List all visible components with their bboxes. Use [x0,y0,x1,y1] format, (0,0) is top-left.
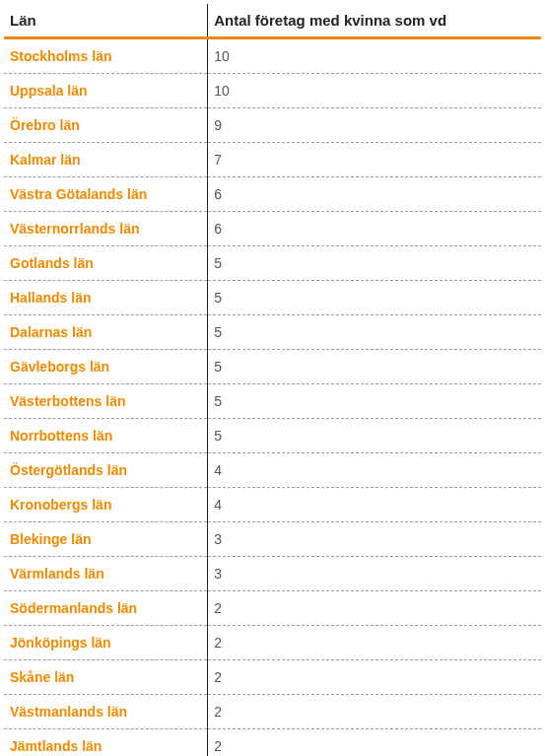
table-row: Gotlands län5 [4,246,541,281]
county-cell: Värmlands län [4,557,208,591]
table-row: Västmanlands län2 [4,695,541,729]
value-cell: 2 [208,695,541,729]
value-cell: 2 [208,729,541,757]
value-cell: 6 [208,177,541,212]
county-cell: Skåne län [4,660,208,695]
county-cell: Västmanlands län [4,695,208,729]
value-cell: 4 [208,488,541,522]
table-row: Skåne län2 [4,660,541,695]
header-county: Län [4,4,208,38]
county-cell: Dalarnas län [4,315,208,350]
table-row: Kalmar län7 [4,143,541,177]
table-row: Hallands län5 [4,281,541,315]
table-row: Kronobergs län4 [4,488,541,522]
value-cell: 5 [208,384,541,419]
value-cell: 5 [208,350,541,384]
county-cell: Kronobergs län [4,488,208,522]
county-cell: Gotlands län [4,246,208,281]
county-cell: Jämtlands län [4,729,208,757]
header-value: Antal företag med kvinna som vd [208,4,541,38]
table-row: Värmlands län3 [4,557,541,591]
county-cell: Kalmar län [4,143,208,177]
table-row: Gävleborgs län5 [4,350,541,384]
table-row: Stockholms län10 [4,38,541,74]
county-cell: Västernorrlands län [4,212,208,246]
value-cell: 5 [208,315,541,350]
county-cell: Stockholms län [4,38,208,74]
table-row: Blekinge län3 [4,522,541,557]
value-cell: 9 [208,108,541,143]
table-row: Jämtlands län2 [4,729,541,757]
county-cell: Uppsala län [4,74,208,108]
value-cell: 3 [208,557,541,591]
table-row: Norrbottens län5 [4,419,541,453]
value-cell: 2 [208,591,541,626]
county-cell: Blekinge län [4,522,208,557]
county-cell: Västra Götalands län [4,177,208,212]
table-header-row: Län Antal företag med kvinna som vd [4,4,541,38]
table-row: Västra Götalands län6 [4,177,541,212]
value-cell: 5 [208,281,541,315]
value-cell: 7 [208,143,541,177]
table-row: Jönköpings län2 [4,626,541,660]
value-cell: 6 [208,212,541,246]
value-cell: 10 [208,38,541,74]
county-cell: Hallands län [4,281,208,315]
table-row: Västerbottens län5 [4,384,541,419]
table-row: Uppsala län10 [4,74,541,108]
county-cell: Västerbottens län [4,384,208,419]
value-cell: 3 [208,522,541,557]
value-cell: 4 [208,453,541,488]
county-cell: Södermanlands län [4,591,208,626]
county-cell: Jönköpings län [4,626,208,660]
table-row: Örebro län9 [4,108,541,143]
value-cell: 10 [208,74,541,108]
value-cell: 2 [208,660,541,695]
value-cell: 5 [208,246,541,281]
value-cell: 5 [208,419,541,453]
county-cell: Norrbottens län [4,419,208,453]
county-cell: Östergötlands län [4,453,208,488]
table-row: Östergötlands län4 [4,453,541,488]
table-row: Dalarnas län5 [4,315,541,350]
county-cell: Örebro län [4,108,208,143]
table-row: Västernorrlands län6 [4,212,541,246]
county-table: Län Antal företag med kvinna som vd Stoc… [4,4,541,756]
value-cell: 2 [208,626,541,660]
county-cell: Gävleborgs län [4,350,208,384]
table-row: Södermanlands län2 [4,591,541,626]
